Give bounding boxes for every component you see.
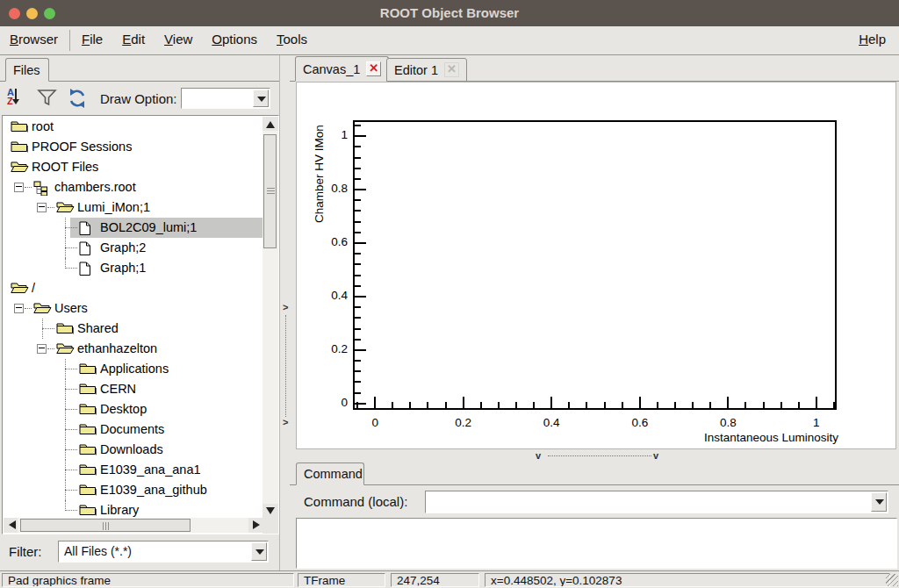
plot-frame[interactable]: 00.20.40.60.8100.20.40.60.81Instantaneou… [353, 120, 837, 410]
hsplitter-arrow-icon[interactable]: v [653, 451, 658, 460]
tab-close-icon[interactable]: ✕ [366, 61, 381, 76]
menu-item-edit[interactable]: Edit [112, 26, 155, 54]
tree-item-label: Downloads [100, 442, 163, 456]
tree-item-root[interactable]: root [4, 117, 263, 137]
y-tick-label: 0.8 [304, 182, 348, 195]
tree-collapse-toggle[interactable] [14, 304, 24, 313]
tree-connector-line [65, 510, 77, 511]
tab-canvas-1[interactable]: Canvas_1✕ [295, 56, 389, 82]
tab-files[interactable]: Files [5, 58, 49, 82]
tree-item-label: E1039_ana_ana1 [100, 463, 201, 477]
axis-tick [392, 402, 393, 408]
tree-item-e1039-ana-github[interactable]: E1039_ana_github [4, 480, 263, 500]
filter-value[interactable]: All Files (*.*) [61, 543, 250, 560]
folder-closed-icon [79, 362, 97, 377]
menu-separator [69, 30, 70, 51]
draw-option-dropdown-button[interactable] [253, 90, 269, 107]
funnel-icon[interactable] [37, 89, 57, 111]
menu-item-view[interactable]: View [155, 26, 202, 54]
tree-vscroll-up-button[interactable] [263, 117, 278, 131]
axis-tick [355, 242, 366, 244]
zoom-window-button[interactable] [44, 8, 55, 19]
axis-tick [355, 221, 361, 223]
folder-open-icon [11, 161, 29, 176]
draw-option-value[interactable] [183, 90, 252, 106]
status-cell-pixel: 247,254 [391, 573, 479, 587]
vsplitter-arrow-icon[interactable]: > [283, 303, 288, 312]
tree-item-graph-2[interactable]: Graph;2 [4, 238, 263, 258]
folder-open-icon [33, 302, 52, 317]
menu-item-browser[interactable]: Browser [0, 26, 68, 54]
tree-hscroll-thumb[interactable] [20, 519, 191, 532]
sort-alpha-icon[interactable]: A Z [7, 88, 28, 110]
tree-collapse-toggle[interactable] [37, 203, 47, 212]
menu-item-help[interactable]: Help [849, 26, 895, 54]
tree-item-documents[interactable]: Documents [4, 419, 263, 440]
tree-vscrollbar[interactable] [263, 117, 278, 518]
tree-hscroll-right-button[interactable] [248, 518, 263, 533]
tree-item-desktop[interactable]: Desktop [4, 399, 263, 419]
tree-vscroll-thumb[interactable] [263, 134, 277, 248]
tree-item-cern[interactable]: CERN [4, 379, 263, 399]
tree-item-shared[interactable]: Shared [4, 319, 263, 339]
minimize-window-button[interactable] [26, 8, 38, 19]
axis-tick [355, 199, 361, 201]
tree-item--[interactable]: / [4, 278, 263, 298]
tree-hscrollbar[interactable] [4, 518, 263, 533]
vsplitter-arrow-icon[interactable]: > [283, 418, 288, 427]
tab-command[interactable]: Command [296, 463, 364, 485]
tree-item-proof-sessions[interactable]: PROOF Sessions [4, 137, 263, 157]
tree-item-ethanhazelton[interactable]: ethanhazelton [4, 339, 263, 359]
tree-item-label: Library [100, 503, 139, 517]
tab-files-label: Files [13, 63, 40, 77]
resize-grip[interactable] [886, 574, 898, 586]
tree-item-library[interactable]: Library [4, 500, 263, 518]
axis-tick [586, 402, 587, 408]
tree-item-label: Graph;1 [100, 261, 146, 275]
close-window-button[interactable] [9, 8, 20, 19]
tree-item-applications[interactable]: Applications [4, 359, 263, 379]
tree-item-label: ethanhazelton [77, 341, 157, 355]
window-title: ROOT Object Browser [0, 0, 899, 26]
tree-item-e1039-ana-ana1[interactable]: E1039_ana_ana1 [4, 460, 263, 480]
command-local-label: Command (local): [304, 494, 407, 509]
axis-tick [639, 397, 641, 408]
tree-connector-line [65, 409, 77, 410]
menu-item-options[interactable]: Options [202, 26, 267, 54]
tree-collapse-toggle[interactable] [37, 344, 47, 354]
command-hsplitter[interactable]: v v [290, 449, 899, 462]
command-dropdown-button[interactable] [871, 492, 887, 512]
command-input-combobox[interactable] [425, 491, 888, 513]
tree-item-root-files[interactable]: ROOT Files [4, 157, 263, 177]
axis-tick [533, 402, 535, 408]
tree-item-lumi-imon-1[interactable]: Lumi_iMon;1 [4, 197, 263, 218]
tree-item-label: ROOT Files [32, 160, 98, 174]
tree-item-bol2c09-lumi-1[interactable]: BOL2C09_lumi;1 [4, 218, 263, 238]
tree-collapse-toggle[interactable] [14, 183, 24, 192]
hsplitter-arrow-icon[interactable]: v [536, 451, 541, 460]
tree-hscroll-left-button[interactable] [4, 518, 18, 533]
axis-tick [550, 397, 552, 408]
tree-item-chambers-root[interactable]: chambers.root [4, 177, 263, 197]
tree-vscroll-down-button[interactable] [263, 504, 278, 518]
tab-editor-1[interactable]: Editor 1✕ [386, 58, 467, 82]
panel-vsplitter[interactable]: > > [279, 55, 291, 570]
tree-item-label: CERN [100, 382, 136, 396]
x-tick-label: 1 [795, 416, 838, 429]
draw-option-combobox[interactable] [181, 88, 270, 109]
tab-label: Canvas_1 [303, 62, 360, 76]
refresh-icon[interactable] [67, 88, 88, 112]
tree-item-users[interactable]: Users [4, 298, 263, 319]
filter-combobox[interactable]: All Files (*.*) [58, 541, 269, 563]
menu-bar: BrowserFileEditViewOptionsToolsHelp [0, 26, 899, 55]
axis-tick [657, 402, 658, 408]
filter-dropdown-button[interactable] [251, 542, 267, 561]
menu-item-tools[interactable]: Tools [267, 26, 317, 54]
tree-item-label: PROOF Sessions [32, 140, 132, 154]
tree-item-downloads[interactable]: Downloads [4, 440, 263, 460]
canvas-pad[interactable]: 00.20.40.60.8100.20.40.60.81Instantaneou… [296, 82, 896, 449]
tab-label: Editor 1 [394, 63, 438, 77]
tree-item-graph-1[interactable]: Graph;1 [4, 258, 263, 278]
command-input-value[interactable] [428, 493, 870, 511]
menu-item-file[interactable]: File [72, 26, 112, 54]
